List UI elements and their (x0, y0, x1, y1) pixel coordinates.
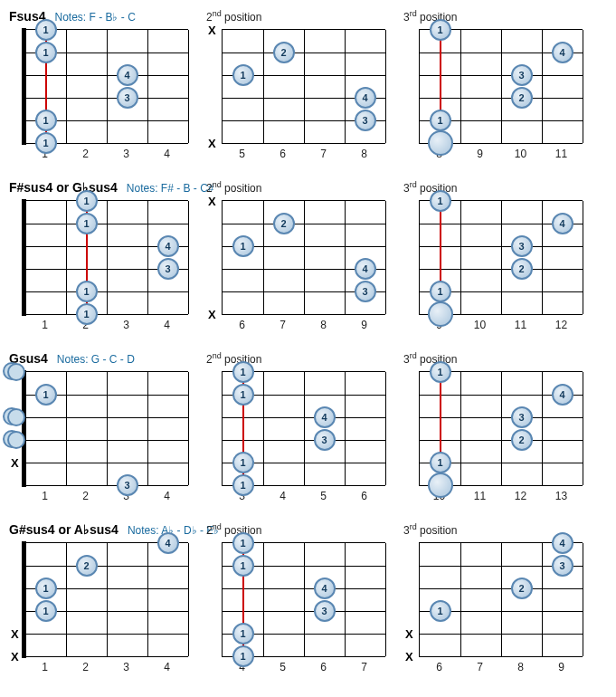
diagram-header: 2nd position (206, 9, 387, 25)
finger-dot: 1 (430, 110, 451, 131)
fret-number: 11 (500, 319, 541, 331)
finger-dot: 1 (35, 42, 57, 63)
mute-string-icon: X (208, 308, 216, 321)
finger-dot: 3 (314, 600, 336, 622)
finger-dot: 1 (430, 19, 451, 41)
finger-dot: 4 (314, 578, 336, 599)
finger-dot: 1 (35, 578, 57, 599)
finger-dot: 1 (35, 132, 57, 154)
chord-diagram: G#sus4 or A♭sus4Notes: A♭ - D♭ - E♭4211X… (9, 522, 190, 673)
position-label: 3rd position (403, 522, 457, 537)
fret-number: 9 (344, 319, 384, 331)
chord-row: Fsus4Notes: F - B♭ - C11431112342nd posi… (9, 9, 607, 160)
chord-diagram: 3rd position143219101112 (403, 180, 584, 331)
fret-number: 5 (262, 661, 303, 673)
position-label: 2nd position (206, 180, 261, 195)
fret-number: 10 (460, 319, 500, 331)
diagram-header: Gsus4Notes: G - C - D (9, 351, 190, 368)
finger-dot: 3 (117, 87, 138, 109)
fret-number: 2 (65, 490, 106, 502)
chord-notes: Notes: F# - B - C# (127, 182, 214, 195)
fretboard: 14321 (403, 29, 584, 144)
open-string-icon (7, 408, 25, 426)
finger-dot: 1 (430, 190, 451, 212)
finger-dot: 1 (232, 474, 254, 496)
finger-dot (428, 301, 453, 327)
mute-string-icon: X (208, 195, 216, 208)
fretboard: 2143XX (206, 29, 387, 144)
finger-dot: 1 (232, 532, 254, 554)
finger-dot: 2 (511, 429, 533, 451)
fret-number: 5 (222, 148, 262, 160)
fret-number: 8 (303, 319, 344, 331)
fret-number: 4 (147, 148, 187, 160)
fret-numbers: 1234 (9, 319, 190, 331)
fret-number: 1 (24, 319, 65, 331)
mute-string-icon: X (11, 627, 19, 641)
finger-dot: 1 (76, 213, 98, 234)
fretboard: 14321 (403, 200, 584, 315)
chord-diagram: 3rd position1432110111213 (403, 351, 584, 502)
position-label: 2nd position (206, 522, 261, 537)
finger-dot: 1 (232, 64, 254, 86)
finger-dot: 1 (35, 600, 57, 622)
finger-dot: 3 (117, 474, 138, 496)
fret-number: 12 (500, 490, 541, 502)
fretboard: 4321XX (403, 542, 584, 657)
finger-dot: 2 (273, 42, 295, 63)
fretboard: 4211XX (9, 542, 190, 657)
chord-diagram: Gsus4Notes: G - C - D13X1234 (9, 351, 190, 502)
finger-dot: 1 (430, 361, 451, 383)
fret-numbers: 1234 (9, 661, 190, 673)
fret-number: 7 (460, 661, 500, 673)
finger-dot: 4 (157, 235, 179, 257)
nut (22, 370, 26, 487)
finger-dot: 4 (552, 42, 573, 63)
chord-diagram: 2nd position1143114567 (206, 522, 387, 673)
finger-dot (428, 473, 453, 498)
chord-diagram: 3rd position4321XX6789 (403, 522, 584, 673)
finger-dot: 1 (232, 623, 254, 644)
fret-number: 4 (147, 661, 187, 673)
fret-number: 4 (262, 490, 303, 502)
fret-number: 10 (500, 148, 541, 160)
fret-numbers: 5678 (206, 148, 387, 160)
fret-number: 13 (541, 490, 582, 502)
chord-diagram: 2nd position2143XX6789 (206, 180, 387, 331)
diagram-header: 2nd position (206, 180, 387, 196)
fret-number: 1 (24, 490, 65, 502)
open-string-icon (7, 363, 25, 381)
fret-number: 9 (541, 661, 582, 673)
chord-diagram: F#sus4 or G♭sus4Notes: F# - B - C#114311… (9, 180, 190, 331)
finger-dot: 4 (355, 87, 376, 109)
finger-dot: 1 (232, 361, 254, 383)
finger-dot: 1 (76, 303, 98, 325)
fret-number: 2 (65, 148, 106, 160)
chord-diagram: Fsus4Notes: F - B♭ - C1143111234 (9, 9, 190, 160)
fret-number: 6 (222, 319, 262, 331)
fret-number: 11 (460, 490, 500, 502)
finger-dot: 4 (552, 532, 573, 554)
chord-name: F#sus4 or G♭sus4 (9, 180, 118, 195)
fret-number: 9 (460, 148, 500, 160)
finger-dot: 1 (232, 452, 254, 473)
finger-dot: 4 (117, 64, 138, 86)
finger-dot: 3 (355, 281, 376, 302)
mute-string-icon: X (11, 456, 19, 470)
finger-dot: 1 (232, 645, 254, 667)
fretboard: 114311 (9, 29, 190, 144)
finger-dot: 2 (76, 555, 98, 577)
finger-dot: 4 (355, 258, 376, 280)
open-string-icon (7, 431, 25, 449)
fretboard: 114311 (206, 371, 387, 486)
finger-dot: 3 (511, 64, 533, 86)
fret-number: 3 (106, 319, 147, 331)
finger-dot: 3 (552, 555, 573, 577)
mute-string-icon: X (405, 650, 413, 664)
finger-dot: 1 (35, 19, 57, 41)
fret-number: 6 (419, 661, 460, 673)
finger-dot: 2 (511, 258, 533, 280)
fretboard: 2143XX (206, 200, 387, 315)
position-label: 3rd position (403, 351, 457, 366)
finger-dot: 1 (35, 110, 57, 131)
